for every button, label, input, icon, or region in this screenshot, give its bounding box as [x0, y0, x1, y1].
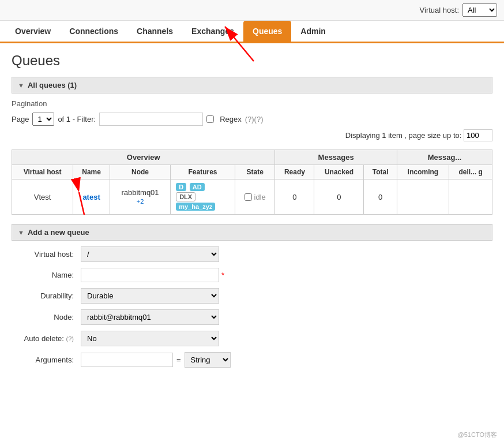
top-bar: Virtual host: All / Vtest — [0, 0, 504, 21]
form-row-virtual-host: Virtual host: / Vtest — [12, 246, 492, 262]
add-queue-section-header[interactable]: ▼ Add a new queue — [12, 224, 492, 241]
form-row-name: Name: * — [12, 268, 492, 282]
messages-group2-header: Messag... — [397, 150, 492, 165]
cell-total: 0 — [364, 180, 397, 215]
feature-badge-ha: my_ha_zyz — [176, 203, 215, 211]
cell-virtual-host: Vtest — [12, 180, 73, 215]
form-arguments-type-select[interactable]: String Number Boolean — [185, 352, 231, 368]
feature-badge-d: D — [176, 183, 186, 191]
page-select[interactable]: 1 — [32, 113, 54, 126]
messages-group-header: Messages — [275, 150, 397, 165]
virtual-host-select[interactable]: All / Vtest — [462, 3, 497, 17]
nav-connections[interactable]: Connections — [60, 21, 127, 42]
nav-exchanges[interactable]: Exchanges — [182, 21, 243, 42]
form-label-auto-delete: Auto delete: (?) — [12, 334, 81, 343]
section-collapse-arrow: ▼ — [18, 82, 24, 89]
form-label-name: Name: — [12, 271, 81, 279]
add-queue-label: Add a new queue — [28, 228, 89, 237]
col-node: Node — [110, 165, 170, 180]
form-row-arguments: Arguments: = String Number Boolean — [12, 352, 492, 368]
cell-incoming — [397, 180, 449, 215]
form-name-input[interactable] — [81, 268, 219, 282]
add-queue-form: Virtual host: / Vtest Name: * Durability… — [12, 246, 492, 368]
display-info: Displaying 1 item , page size up to: — [12, 129, 492, 141]
feature-badge-dlx: DLX — [176, 192, 195, 201]
of-label: of 1 - Filter: — [58, 115, 96, 124]
cell-features: D AD DLX my_ha_zyz — [171, 180, 235, 215]
form-auto-delete-select[interactable]: No Yes — [81, 331, 219, 346]
all-queues-label: All queues (1) — [28, 81, 77, 89]
col-incoming: incoming — [397, 165, 449, 180]
cell-ready: 0 — [275, 180, 314, 215]
form-label-arguments: Arguments: — [12, 356, 81, 364]
cell-deli-g — [449, 180, 492, 215]
form-arguments-input[interactable] — [81, 353, 173, 367]
display-text: Displaying 1 item , page size up to: — [345, 131, 462, 140]
pagination-row: Page 1 of 1 - Filter: Regex (?)(?) — [12, 113, 492, 126]
col-unacked: Unacked — [314, 165, 364, 180]
form-row-auto-delete: Auto delete: (?) No Yes — [12, 331, 492, 346]
queues-table-wrap: Overview Messages Messag... Virtual host… — [12, 149, 492, 215]
nav-overview[interactable]: Overview — [6, 21, 60, 42]
form-label-durability: Durability: — [12, 291, 81, 300]
arguments-equals: = — [176, 356, 181, 364]
cell-state: idle — [235, 180, 275, 215]
col-ready: Ready — [275, 165, 314, 180]
col-virtual-host: Virtual host — [12, 165, 73, 180]
nav-queues[interactable]: Queues — [243, 21, 291, 42]
regex-checkbox[interactable] — [206, 115, 214, 123]
regex-label: Regex — [220, 115, 242, 124]
state-value: idle — [254, 193, 266, 201]
queues-table: Overview Messages Messag... Virtual host… — [12, 149, 492, 215]
form-row-node: Node: rabbit@rabbitmq01 — [12, 309, 492, 325]
nav-channels[interactable]: Channels — [127, 21, 182, 42]
name-required-star: * — [221, 271, 224, 279]
all-queues-section-header[interactable]: ▼ All queues (1) — [12, 77, 492, 94]
filter-input[interactable] — [99, 113, 203, 126]
virtual-host-label: Virtual host: — [420, 6, 459, 14]
col-name: Name — [73, 165, 110, 180]
page-size-input[interactable] — [464, 129, 492, 141]
overview-group-header: Overview — [12, 150, 275, 165]
cell-name[interactable]: atest — [73, 180, 110, 215]
form-row-durability: Durability: Durable Transient — [12, 288, 492, 304]
page-label: Page — [12, 115, 29, 124]
col-deli-g: deli... g — [449, 165, 492, 180]
form-virtual-host-select[interactable]: / Vtest — [81, 246, 219, 262]
nav-admin[interactable]: Admin — [291, 21, 335, 42]
regex-hint: (?)(?) — [245, 115, 264, 124]
col-state: State — [235, 165, 275, 180]
page-title: Queues — [12, 53, 60, 69]
table-row: Vtest atest — [12, 180, 492, 215]
form-label-node: Node: — [12, 313, 81, 321]
form-durability-select[interactable]: Durable Transient — [81, 288, 219, 304]
main-content: Queues ▼ All queues (1) Pagination Page … — [0, 43, 504, 383]
add-section-arrow: ▼ — [18, 229, 24, 236]
feature-badge-ad: AD — [190, 183, 205, 191]
col-total: Total — [364, 165, 397, 180]
cell-unacked: 0 — [314, 180, 364, 215]
state-checkbox[interactable] — [245, 193, 252, 201]
pagination-label: Pagination — [12, 99, 492, 108]
main-nav: Overview Connections Channels Exchanges … — [0, 21, 504, 43]
form-label-virtual-host: Virtual host: — [12, 250, 81, 259]
col-features: Features — [171, 165, 235, 180]
cell-node: rabbitmq01 +2 — [110, 180, 170, 215]
form-node-select[interactable]: rabbit@rabbitmq01 — [81, 309, 219, 325]
